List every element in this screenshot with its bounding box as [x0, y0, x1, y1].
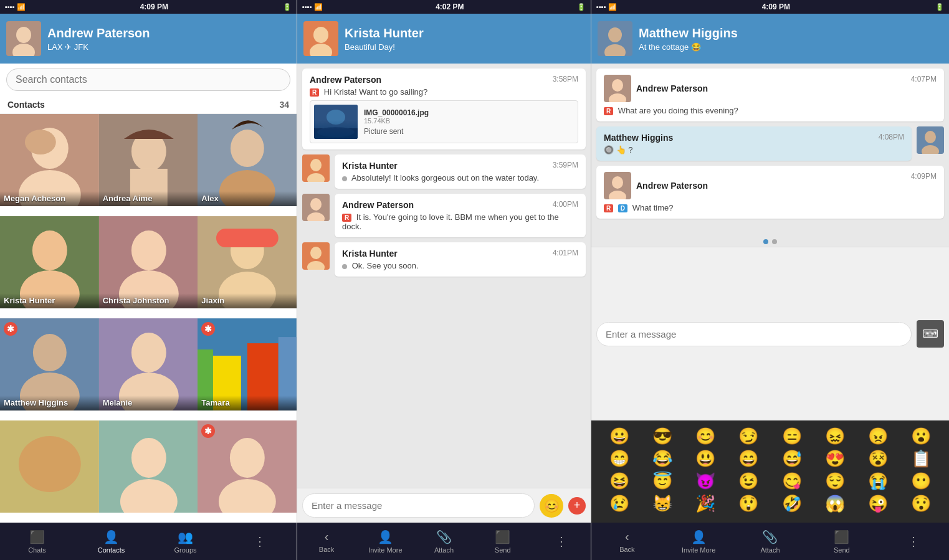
contact-cell-p11[interactable]	[99, 420, 198, 513]
matthew-header: Matthew Higgins At the cottage 😂	[591, 14, 949, 64]
contact-cell-melanie[interactable]: Melanie	[99, 318, 198, 411]
nav-more-3[interactable]: ⋮	[877, 523, 949, 560]
matthew-msg-text-2: 🔘 👆 ?	[604, 145, 904, 154]
emoji-😢[interactable]: 😢	[608, 494, 631, 513]
msg-thumb-1	[314, 105, 358, 139]
emoji-😮[interactable]: 😮	[910, 427, 932, 445]
search-input[interactable]	[6, 69, 290, 91]
matthew-msg-3: Andrew Paterson 4:09PM R D What time?	[596, 166, 944, 219]
emoji-😱[interactable]: 😱	[824, 494, 846, 513]
emoji-😁[interactable]: 😁	[608, 449, 631, 468]
emoji-😉[interactable]: 😉	[737, 472, 760, 490]
contact-cell-alex[interactable]: Alex	[198, 114, 297, 206]
emoji-😵[interactable]: 😵	[867, 449, 889, 468]
contact-cell-p12[interactable]: ✱	[198, 420, 297, 513]
emoji-😆[interactable]: 😆	[608, 472, 631, 490]
emoji-😋[interactable]: 😋	[781, 472, 803, 490]
matthew-msg-header-1: Andrew Paterson 4:07PM	[604, 75, 937, 102]
emoji-🤣[interactable]: 🤣	[781, 494, 803, 513]
more-icon-2: ⋮	[555, 534, 568, 549]
krista-message-input[interactable]	[302, 493, 535, 518]
nav-attach-2[interactable]: 📎 Attach	[414, 523, 473, 560]
nav-groups-label: Groups	[174, 546, 196, 554]
emoji-😃[interactable]: 😃	[694, 449, 717, 468]
emoji-😏[interactable]: 😏	[737, 427, 760, 445]
contacts-panel: ▪▪▪▪ 📶 4:09 PM 🔋 Andrew Paterson LAX ✈ J…	[0, 0, 297, 560]
matthew-msg-body-3: What time?	[632, 203, 674, 212]
emoji-🎉[interactable]: 🎉	[694, 494, 717, 513]
emoji-😖[interactable]: 😖	[824, 427, 846, 445]
svg-point-59	[608, 27, 622, 42]
svg-point-37	[131, 438, 166, 478]
matthew-msg-badge-d: D	[618, 204, 627, 212]
nav-more-1[interactable]: ⋮	[222, 523, 297, 560]
emoji-😑[interactable]: 😑	[781, 427, 803, 445]
emoji-row-2: 😁 😂 😃 😄 😅 😍 😵 📋	[598, 449, 943, 468]
nav-more-2[interactable]: ⋮	[532, 523, 591, 560]
nav-chats[interactable]: ⬛ Chats	[0, 523, 74, 560]
emoji-😭[interactable]: 😭	[867, 472, 889, 490]
emoji-😠[interactable]: 😠	[867, 427, 889, 445]
emoji-😄[interactable]: 😄	[737, 449, 760, 468]
emoji-📋[interactable]: 📋	[910, 449, 932, 468]
emoji-😯[interactable]: 😯	[910, 494, 932, 513]
emoji-😲[interactable]: 😲	[737, 494, 760, 513]
matthew-message-input[interactable]	[596, 322, 912, 346]
matthew-msg-2: Matthew Higgins 4:08PM 🔘 👆 ?	[596, 126, 944, 161]
contact-cell-andrea[interactable]: Andrea Aime	[99, 114, 198, 206]
contact-cell-p10[interactable]	[0, 420, 99, 513]
time-3: 4:09 PM	[762, 2, 790, 11]
emoji-😸[interactable]: 😸	[651, 494, 674, 513]
krista-messages: Andrew Paterson 3:58PM R Hi Krista! Want…	[297, 64, 591, 488]
emoji-😅[interactable]: 😅	[781, 449, 803, 468]
nav-back-2[interactable]: ‹ Back	[297, 523, 356, 560]
attach-icon-3: 📎	[762, 529, 778, 544]
emoji-😌[interactable]: 😌	[824, 472, 846, 490]
contacts-section-header: Contacts 34	[0, 96, 297, 114]
emoji-😍[interactable]: 😍	[824, 449, 846, 468]
contact-cell-tamara[interactable]: ✱ Tamara	[198, 318, 297, 411]
msg-time-2: 3:59PM	[553, 161, 578, 169]
contact-cell-krista[interactable]: Krista Hunter	[0, 216, 99, 308]
emoji-😀[interactable]: 😀	[608, 427, 631, 445]
contact-cell-christa[interactable]: Christa Johnston	[99, 216, 198, 308]
matthew-header-info: Matthew Higgins At the cottage 😂	[639, 26, 943, 52]
contact-cell-jiaxin[interactable]: Jiaxin	[198, 216, 297, 308]
msg-text-2: Absolutely! It looks gorgeous out on the…	[342, 173, 578, 183]
invite-icon-3: 👤	[691, 529, 707, 544]
svg-point-11	[231, 130, 264, 167]
msg-header-1: Andrew Paterson 3:58PM	[310, 75, 578, 85]
krista-emoji-button[interactable]: 😊	[540, 494, 563, 518]
emoji-😎[interactable]: 😎	[651, 427, 674, 445]
krista-plus-button[interactable]: +	[568, 497, 586, 515]
contacts-icon: 👤	[103, 529, 119, 544]
emoji-😶[interactable]: 😶	[910, 472, 932, 490]
contact-cell-megan[interactable]: Megan Acheson	[0, 114, 99, 206]
contact-name-andrea: Andrea Aime	[99, 191, 198, 206]
nav-invite-3[interactable]: 👤 Invite More	[663, 523, 735, 560]
nav-invite-2[interactable]: 👤 Invite More	[356, 523, 414, 560]
back-icon-3: ‹	[625, 529, 629, 544]
nav-send-3[interactable]: ⬛ Send	[806, 523, 877, 560]
nav-send-2[interactable]: ⬛ Send	[474, 523, 532, 560]
contact-cell-matthew[interactable]: ✱ Matthew Higgins	[0, 318, 99, 411]
emoji-😊[interactable]: 😊	[694, 427, 717, 445]
emoji-😇[interactable]: 😇	[651, 472, 674, 490]
nav-invite-label-3: Invite More	[682, 546, 715, 554]
nav-attach-3[interactable]: 📎 Attach	[735, 523, 806, 560]
nav-back-3[interactable]: ‹ Back	[591, 523, 663, 560]
emoji-😈[interactable]: 😈	[694, 472, 717, 490]
emoji-😂[interactable]: 😂	[651, 449, 674, 468]
svg-point-17	[131, 230, 166, 270]
contact-badge-matthew: ✱	[4, 322, 17, 336]
time-2: 4:02 PM	[436, 2, 464, 11]
contact-name-jiaxin: Jiaxin	[198, 293, 297, 308]
nav-contacts[interactable]: 👤 Contacts	[74, 523, 148, 560]
nav-groups[interactable]: 👥 Groups	[148, 523, 222, 560]
emoji-😜[interactable]: 😜	[867, 494, 889, 513]
keyboard-toggle-button[interactable]: ⌨	[917, 320, 944, 348]
status-icons-3: ▪▪▪▪ 📶	[596, 3, 617, 11]
svg-point-65	[925, 131, 936, 143]
send-icon-2: ⬛	[495, 529, 510, 544]
matthew-header-status: At the cottage 😂	[639, 42, 943, 52]
